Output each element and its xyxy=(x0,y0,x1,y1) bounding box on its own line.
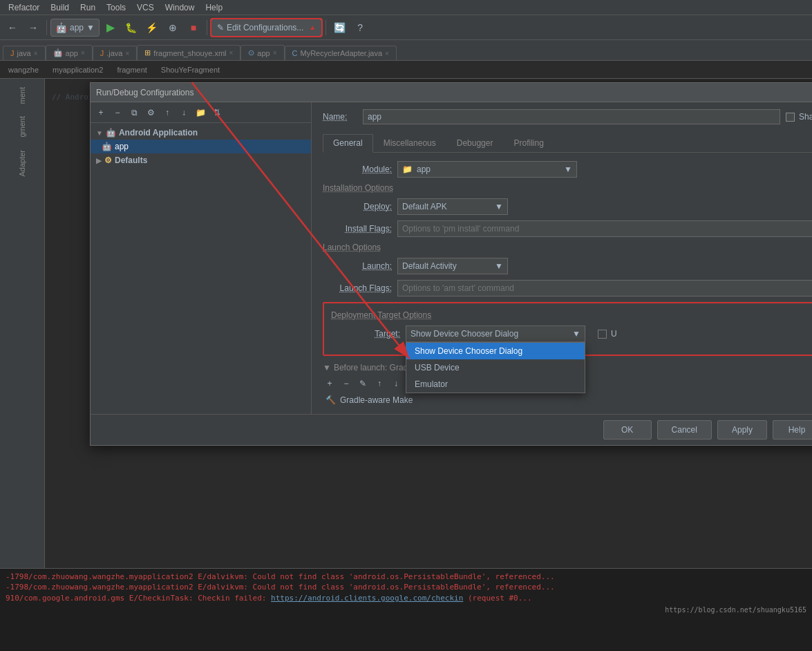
target-label: Target: xyxy=(331,329,400,339)
share-checkbox[interactable] xyxy=(786,113,795,122)
tab-java-label: java xyxy=(17,49,31,57)
java2-icon: J xyxy=(100,49,104,57)
dialog-body: + − ⧉ ⚙ ↑ ↓ 📁 ⇅ ▼ 🤖 Andr xyxy=(91,102,812,414)
launch-flags-input[interactable] xyxy=(397,280,812,296)
sidebar-label-2[interactable]: gment xyxy=(15,111,29,143)
install-flags-label: Install Flags: xyxy=(323,224,392,234)
tab-app-close[interactable]: × xyxy=(81,49,85,57)
tab-java2-close[interactable]: × xyxy=(125,50,129,57)
settings-config-btn[interactable]: ⚙ xyxy=(143,105,158,120)
edit-config-label: Edit Configurations... xyxy=(227,23,303,32)
launch-edit-btn[interactable]: ✎ xyxy=(356,377,370,390)
launch-down-btn[interactable]: ↓ xyxy=(389,377,403,390)
tab-profiling[interactable]: Profiling xyxy=(503,134,554,152)
launch-up-btn[interactable]: ↑ xyxy=(372,377,386,390)
app-dropdown[interactable]: 🤖 app ▼ xyxy=(50,19,100,37)
name-row: Name: Share xyxy=(323,109,812,124)
android-application-label: Android Application xyxy=(119,128,198,138)
menu-bar: Refactor Build Run Tools VCS Window Help xyxy=(0,0,812,15)
add-config-btn[interactable]: + xyxy=(93,105,108,120)
menu-vcs[interactable]: VCS xyxy=(131,1,160,14)
app-tree-icon: 🤖 xyxy=(102,142,112,151)
tab-recycler[interactable]: C MyRecyclerAdapter.java × xyxy=(285,46,397,60)
deploy-label: Deploy: xyxy=(323,202,392,211)
toolbar-sep-3 xyxy=(325,20,326,35)
menu-build[interactable]: Build xyxy=(45,1,75,14)
tab-app2-close[interactable]: × xyxy=(273,49,277,57)
tab-recycler-close[interactable]: × xyxy=(385,50,389,57)
remove-config-btn[interactable]: − xyxy=(110,105,125,120)
tree-app-item[interactable]: 🤖 app xyxy=(91,140,311,153)
help-btn[interactable]: ? xyxy=(350,18,370,37)
tab-general[interactable]: General xyxy=(323,134,373,153)
tab-xml-close[interactable]: × xyxy=(229,49,234,57)
deploy-select[interactable]: Default APK ▼ xyxy=(397,198,508,215)
run-btn[interactable]: ▶ xyxy=(101,18,120,37)
debug-btn[interactable]: 🐛 xyxy=(122,18,141,37)
menu-tools[interactable]: Tools xyxy=(101,1,131,14)
tab-java2[interactable]: J .java × xyxy=(93,46,138,60)
tab-fragment-label: fragment_shouye.xml xyxy=(153,49,226,57)
gradle-label: Gradle-aware Make xyxy=(340,395,413,405)
coverage-btn[interactable]: ⚡ xyxy=(142,18,162,37)
stop-btn[interactable]: ■ xyxy=(184,18,203,37)
menu-window[interactable]: Window xyxy=(160,1,200,14)
dropdown-item-emulator[interactable]: Emulator xyxy=(406,376,585,393)
ok-button[interactable]: OK xyxy=(603,420,652,440)
installation-options-title: Installation Options xyxy=(323,183,812,193)
dropdown-item-show-dialog[interactable]: Show Device Chooser Dialog xyxy=(406,343,585,359)
menu-run[interactable]: Run xyxy=(75,1,101,14)
menu-refactor[interactable]: Refactor xyxy=(3,1,45,14)
app-tree-label: app xyxy=(115,142,129,151)
cancel-button[interactable]: Cancel xyxy=(657,420,712,440)
sort-config-btn[interactable]: ⇅ xyxy=(209,105,225,120)
move-up-btn[interactable]: ↑ xyxy=(160,105,175,120)
share-row: Share xyxy=(786,112,812,122)
tab-miscellaneous[interactable]: Miscellaneous xyxy=(373,134,446,152)
tab-fragment-xml[interactable]: ⊞ fragment_shouye.xml × xyxy=(137,45,240,60)
launch-add-btn[interactable]: + xyxy=(323,377,337,390)
dropdown-item-usb[interactable]: USB Device xyxy=(406,359,585,376)
tab-app[interactable]: 🤖 app × xyxy=(46,45,93,60)
app2-icon: ⊙ xyxy=(248,48,254,57)
tree-android-application[interactable]: ▼ 🤖 Android Application xyxy=(91,126,311,140)
sec-tab-shouye[interactable]: ShouYeFragment xyxy=(155,64,225,75)
folder-config-btn[interactable]: 📁 xyxy=(193,105,208,120)
help-button[interactable]: Help xyxy=(773,420,812,440)
tab-java[interactable]: J java × xyxy=(3,46,46,60)
edit-configurations-btn[interactable]: ✎ Edit Configurations... ▲ xyxy=(211,19,322,37)
launch-remove-btn[interactable]: − xyxy=(339,377,353,390)
log-link[interactable]: https://android.clients.google.com/check… xyxy=(271,594,463,603)
menu-help[interactable]: Help xyxy=(200,1,228,14)
java-icon: J xyxy=(10,49,15,57)
forward-btn[interactable]: → xyxy=(23,18,43,37)
tab-debugger[interactable]: Debugger xyxy=(446,134,504,152)
tab-app-label: app xyxy=(66,49,78,57)
move-down-btn[interactable]: ↓ xyxy=(176,105,191,120)
tab-java-close[interactable]: × xyxy=(34,50,38,57)
name-input[interactable] xyxy=(363,109,780,124)
sec-tab-myapp[interactable]: myapplication2 xyxy=(47,64,108,75)
module-select[interactable]: 📁 app ▼ xyxy=(397,161,577,178)
launch-select[interactable]: Default Activity ▼ xyxy=(397,258,508,274)
usb-checkbox[interactable] xyxy=(598,330,607,339)
sidebar-label-1[interactable]: ment xyxy=(15,82,29,109)
copy-config-btn[interactable]: ⧉ xyxy=(126,105,142,120)
tree-defaults[interactable]: ▶ ⚙ Defaults xyxy=(91,153,311,167)
profile-btn[interactable]: ⊕ xyxy=(163,18,182,37)
sec-tab-fragment[interactable]: fragment xyxy=(111,64,152,75)
deploy-value: Default APK xyxy=(402,202,447,211)
target-select[interactable]: Show Device Chooser Dialog ▼ xyxy=(406,326,585,342)
tab-app2[interactable]: ⊙ app × xyxy=(240,45,284,60)
usb-label: U xyxy=(611,329,617,339)
sync-btn[interactable]: 🔄 xyxy=(330,18,349,37)
dialog-title-bar: Run/Debug Configurations ✕ xyxy=(91,83,812,102)
launch-options-title: Launch Options xyxy=(323,243,812,252)
apply-button[interactable]: Apply xyxy=(717,420,767,440)
sidebar-label-3[interactable]: Adapter xyxy=(15,144,29,182)
install-flags-input[interactable] xyxy=(397,220,812,237)
back-btn[interactable]: ← xyxy=(3,18,22,37)
dialog-left-panel: + − ⧉ ⚙ ↑ ↓ 📁 ⇅ ▼ 🤖 Andr xyxy=(91,102,312,414)
sec-tab-wangzhe[interactable]: wangzhe xyxy=(3,64,44,75)
tab-bar: J java × 🤖 app × J .java × ⊞ fragment_sh… xyxy=(0,40,812,61)
